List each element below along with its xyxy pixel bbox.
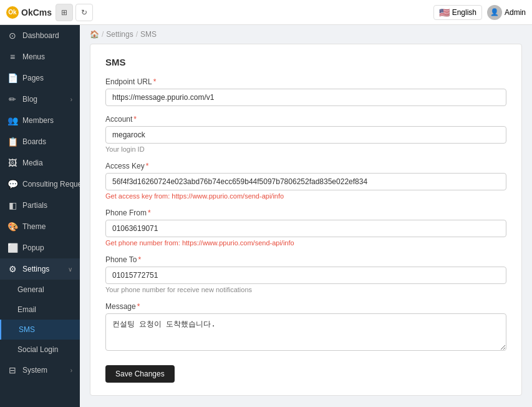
theme-icon: 🎨 xyxy=(7,222,17,232)
sidebar-label-members: Members xyxy=(22,116,72,125)
sidebar-item-general[interactable]: General xyxy=(0,280,80,300)
phone-from-label: Phone From* xyxy=(105,208,506,217)
sidebar-item-media[interactable]: 🖼 Media xyxy=(0,152,80,174)
sidebar-label-sms: SMS xyxy=(19,325,72,334)
sidebar-item-settings[interactable]: ⚙ Settings ∨ xyxy=(0,258,80,280)
breadcrumb-settings[interactable]: Settings xyxy=(106,30,133,39)
topbar: Ok OkCms ⊞ ↻ 🇺🇸 English 👤 Admin xyxy=(0,0,532,25)
endpoint-url-group: Endpoint URL* xyxy=(105,77,506,106)
language-button[interactable]: 🇺🇸 English xyxy=(433,5,482,20)
sms-form-container: SMS Endpoint URL* Account* Your login ID… xyxy=(90,44,522,396)
sidebar-label-media: Media xyxy=(22,159,72,167)
phone-to-label: Phone To* xyxy=(105,255,506,264)
sidebar-item-pages[interactable]: 📄 Pages xyxy=(0,67,80,89)
blog-chevron-icon: › xyxy=(70,96,72,103)
blog-icon: ✏ xyxy=(7,94,17,104)
sidebar-label-dashboard: Dashboard xyxy=(22,31,72,40)
sidebar-item-email[interactable]: Email xyxy=(0,300,80,320)
access-key-input[interactable] xyxy=(105,173,506,190)
sidebar: ⊙ Dashboard ≡ Menus 📄 Pages ✏ Blog › 👥 M… xyxy=(0,25,80,407)
account-input[interactable] xyxy=(105,126,506,144)
sidebar-label-settings: Settings xyxy=(22,265,63,273)
dashboard-icon: ⊙ xyxy=(7,31,17,41)
sidebar-label-consulting: Consulting Requests xyxy=(22,180,80,189)
phone-from-group: Phone From* Get phone number from: https… xyxy=(105,208,506,247)
endpoint-url-label: Endpoint URL* xyxy=(105,77,506,86)
pages-icon: 📄 xyxy=(7,73,17,83)
grid-view-button[interactable]: ⊞ xyxy=(56,4,73,21)
message-group: Message* xyxy=(105,302,506,353)
sidebar-item-partials[interactable]: ◧ Partials xyxy=(0,195,80,216)
sidebar-label-boards: Boards xyxy=(22,137,72,146)
home-icon: 🏠 xyxy=(90,30,99,39)
sidebar-item-system[interactable]: ⊟ System › xyxy=(0,360,80,381)
breadcrumb-sep1: / xyxy=(102,30,104,39)
refresh-button[interactable]: ↻ xyxy=(75,4,93,21)
message-label: Message* xyxy=(105,302,506,311)
user-name: Admin xyxy=(505,8,526,17)
sidebar-label-popup: Popup xyxy=(22,243,72,252)
endpoint-url-input[interactable] xyxy=(105,89,506,106)
sidebar-item-popup[interactable]: ⬜ Popup xyxy=(0,237,80,258)
phone-to-group: Phone To* Your phone number for receive … xyxy=(105,255,506,293)
flag-icon: 🇺🇸 xyxy=(439,7,450,17)
breadcrumb: 🏠 / Settings / SMS xyxy=(80,25,532,44)
user-avatar: 👤 xyxy=(487,5,502,20)
account-label: Account* xyxy=(105,115,506,124)
phone-to-hint: Your phone number for receive new notifi… xyxy=(105,286,506,293)
system-chevron-icon: › xyxy=(70,367,72,374)
sidebar-item-blog[interactable]: ✏ Blog › xyxy=(0,89,80,110)
sidebar-item-consulting[interactable]: 💬 Consulting Requests xyxy=(0,174,80,195)
topbar-right: 🇺🇸 English 👤 Admin xyxy=(433,5,526,20)
sidebar-item-boards[interactable]: 📋 Boards xyxy=(0,131,80,152)
sidebar-label-system: System xyxy=(22,366,65,375)
sidebar-item-members[interactable]: 👥 Members xyxy=(0,110,80,131)
main-content: 🏠 / Settings / SMS SMS Endpoint URL* Acc… xyxy=(80,25,532,407)
form-title: SMS xyxy=(105,57,506,67)
system-icon: ⊟ xyxy=(7,365,17,375)
logo: Ok OkCms xyxy=(6,6,52,19)
sidebar-label-partials: Partials xyxy=(22,201,72,210)
user-menu[interactable]: 👤 Admin xyxy=(487,5,526,20)
sidebar-label-general: General xyxy=(17,285,72,294)
media-icon: 🖼 xyxy=(7,158,17,168)
menus-icon: ≡ xyxy=(7,52,17,62)
consulting-icon: 💬 xyxy=(7,179,17,189)
sidebar-item-menus[interactable]: ≡ Menus xyxy=(0,46,80,67)
sidebar-item-dashboard[interactable]: ⊙ Dashboard xyxy=(0,25,80,46)
sidebar-item-sms[interactable]: SMS xyxy=(0,320,80,340)
sidebar-item-theme[interactable]: 🎨 Theme xyxy=(0,216,80,237)
settings-chevron-icon: ∨ xyxy=(68,266,72,273)
sidebar-label-email: Email xyxy=(17,305,72,314)
topbar-left: Ok OkCms ⊞ ↻ xyxy=(6,4,93,21)
settings-icon: ⚙ xyxy=(7,264,17,274)
phone-to-input[interactable] xyxy=(105,267,506,284)
account-hint: Your login ID xyxy=(105,145,506,153)
language-label: English xyxy=(452,8,476,17)
phone-from-hint: Get phone number from: https://www.ppuri… xyxy=(105,239,506,247)
sidebar-label-menus: Menus xyxy=(22,52,72,61)
layout: ⊙ Dashboard ≡ Menus 📄 Pages ✏ Blog › 👥 M… xyxy=(0,25,532,407)
sidebar-label-theme: Theme xyxy=(22,222,72,231)
topbar-actions: ⊞ ↻ xyxy=(56,4,93,21)
logo-text: OkCms xyxy=(21,7,52,17)
popup-icon: ⬜ xyxy=(7,243,17,253)
save-button[interactable]: Save Changes xyxy=(105,365,175,383)
members-icon: 👥 xyxy=(7,115,17,125)
logo-icon: Ok xyxy=(6,6,19,19)
sidebar-label-pages: Pages xyxy=(22,74,72,82)
account-group: Account* Your login ID xyxy=(105,115,506,153)
access-key-group: Access Key* Get access key from: https:/… xyxy=(105,162,506,200)
breadcrumb-sep2: / xyxy=(136,30,138,39)
partials-icon: ◧ xyxy=(7,200,17,210)
access-key-hint: Get access key from: https://www.ppurio.… xyxy=(105,192,506,200)
phone-from-input[interactable] xyxy=(105,220,506,237)
boards-icon: 📋 xyxy=(7,137,17,147)
message-textarea[interactable] xyxy=(105,313,506,351)
breadcrumb-current: SMS xyxy=(140,30,157,39)
sidebar-label-blog: Blog xyxy=(22,95,65,104)
access-key-label: Access Key* xyxy=(105,162,506,170)
settings-submenu: General Email SMS Social Login xyxy=(0,280,80,360)
sidebar-item-social-login[interactable]: Social Login xyxy=(0,340,80,360)
sidebar-label-social-login: Social Login xyxy=(17,345,72,354)
